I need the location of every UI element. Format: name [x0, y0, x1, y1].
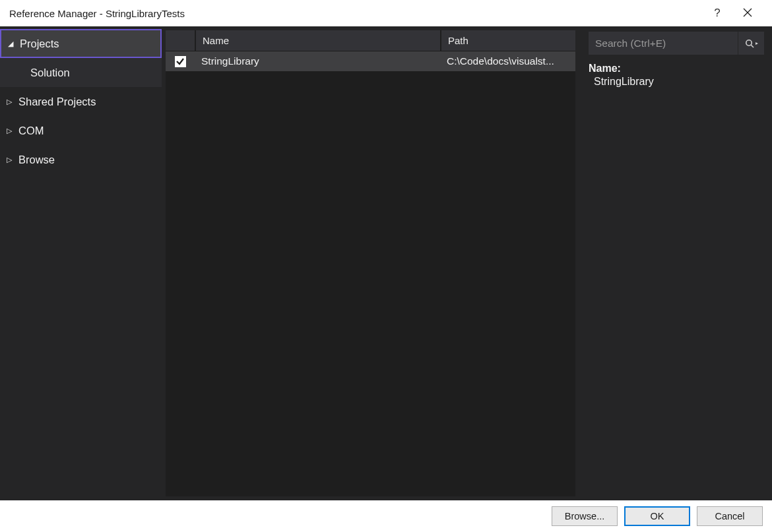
grid-header: Name Path	[166, 30, 575, 51]
ok-button[interactable]: OK	[624, 506, 690, 526]
sidebar-label-projects: Projects	[20, 38, 59, 50]
browse-button[interactable]: Browse...	[552, 506, 618, 526]
svg-line-3	[751, 45, 754, 47]
table-row[interactable]: StringLibrary C:\Code\docs\visualst...	[166, 51, 575, 71]
cell-name: StringLibrary	[195, 51, 440, 71]
svg-point-2	[746, 40, 751, 45]
row-checkbox[interactable]	[175, 56, 186, 67]
search-input[interactable]	[589, 32, 738, 55]
window-title: Reference Manager - StringLibraryTests	[9, 8, 185, 19]
sidebar-item-solution[interactable]: Solution	[0, 58, 162, 87]
list-area: Name Path StringLibrary C:\Code\docs\vis…	[162, 26, 581, 500]
col-header-path[interactable]: Path	[440, 30, 575, 51]
search-button[interactable]	[738, 32, 764, 55]
chevron-right-icon: ▷	[7, 156, 16, 164]
sidebar-item-projects[interactable]: ◢ Projects	[0, 29, 162, 58]
sidebar: ◢ Projects Solution ▷ Shared Projects ▷ …	[0, 26, 162, 500]
sidebar-item-shared-projects[interactable]: ▷ Shared Projects	[0, 87, 162, 116]
col-header-check	[166, 30, 195, 51]
sidebar-label-solution: Solution	[30, 67, 70, 79]
main-area: Name Path StringLibrary C:\Code\docs\vis…	[162, 26, 772, 500]
dialog-body: ◢ Projects Solution ▷ Shared Projects ▷ …	[0, 26, 772, 500]
search-icon	[745, 39, 758, 48]
dialog-footer: Browse... OK Cancel	[0, 500, 772, 532]
details-name-value: StringLibrary	[589, 76, 764, 88]
cancel-button[interactable]: Cancel	[697, 506, 763, 526]
dropdown-icon	[756, 42, 758, 45]
cell-path: C:\Code\docs\visualst...	[440, 51, 575, 71]
sidebar-item-com[interactable]: ▷ COM	[0, 116, 162, 145]
sidebar-label-browse: Browse	[18, 154, 55, 166]
chevron-right-icon: ▷	[7, 98, 16, 106]
help-button[interactable]: ?	[702, 7, 732, 20]
chevron-down-icon: ◢	[8, 40, 17, 48]
details-name-label: Name:	[589, 63, 764, 74]
details-pane: Name: StringLibrary	[581, 26, 772, 500]
close-button[interactable]	[732, 8, 763, 19]
col-header-name[interactable]: Name	[195, 30, 440, 51]
titlebar: Reference Manager - StringLibraryTests ?	[0, 0, 772, 26]
reference-grid: Name Path StringLibrary C:\Code\docs\vis…	[166, 30, 575, 496]
chevron-right-icon: ▷	[7, 127, 16, 135]
sidebar-label-shared: Shared Projects	[18, 96, 96, 108]
sidebar-label-com: COM	[18, 125, 44, 137]
sidebar-item-browse[interactable]: ▷ Browse	[0, 145, 162, 174]
